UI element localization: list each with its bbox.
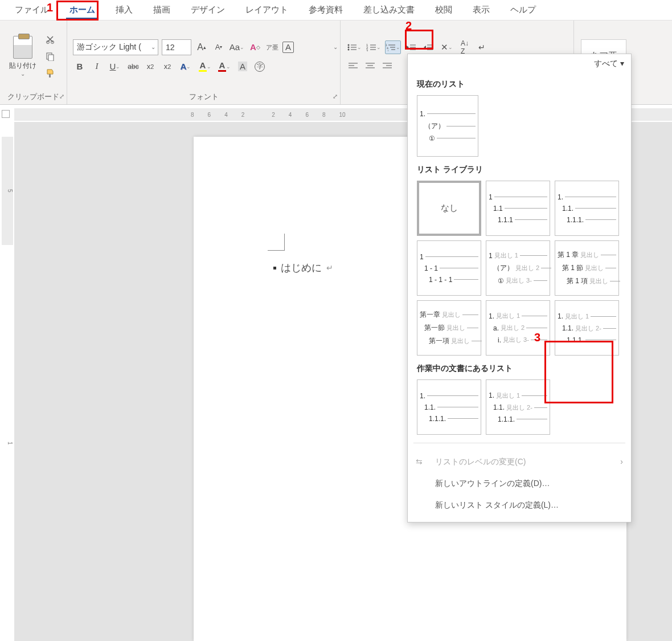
ml-doc-item-1[interactable]: 1.見出し 11.1.見出し 2-1.1.1. [486, 379, 550, 435]
annotation-2-label: 2 [405, 19, 412, 32]
annotation-1-label: 1 [47, 1, 53, 14]
phonetic-guide-button[interactable]: ア亜 [265, 40, 279, 54]
svg-text:3: 3 [366, 49, 368, 51]
cut-button[interactable] [43, 32, 57, 46]
group-font: 游ゴシック Light (⌄ 12⌄ A▴ A▾ Aa⌄ A◇ ア亜 A B I… [67, 21, 341, 104]
paste-button[interactable]: 貼り付け ⌄ [9, 36, 36, 77]
paste-label: 貼り付け [9, 61, 36, 71]
margin-corner-icon [268, 234, 285, 251]
underline-button[interactable]: U⌄ [107, 60, 123, 74]
group-clipboard: 貼り付け ⌄ クリップボード⤢ [0, 21, 67, 104]
svg-point-5 [348, 44, 350, 46]
ml-section-library: リスト ライブラリ [408, 157, 631, 181]
tab-draw[interactable]: 描画 [143, 1, 181, 19]
ruler-corner[interactable] [2, 110, 10, 118]
svg-rect-3 [48, 55, 54, 61]
vertical-ruler-body[interactable]: 123456789101112131415161718 [2, 245, 13, 641]
ml-lib-item-2[interactable]: 11 - 11 - 1 - 1 [417, 240, 481, 296]
tab-view[interactable]: 表示 [462, 1, 500, 19]
multilevel-list-button[interactable]: 1ai⌄ [385, 40, 401, 54]
font-name-combo[interactable]: 游ゴシック Light (⌄ [73, 39, 158, 55]
svg-point-7 [348, 46, 350, 48]
tab-review[interactable]: 校閲 [425, 1, 462, 19]
ml-filter-all[interactable]: すべて ▾ [408, 54, 631, 71]
change-case-button[interactable]: Aa⌄ [229, 40, 245, 54]
ml-lib-item-7[interactable]: 1.見出し 11.1.見出し 2-1.1.1. [555, 300, 619, 356]
bullet-icon [273, 267, 276, 270]
vertical-ruler-margin[interactable]: 54321 [2, 137, 13, 245]
numbering-button[interactable]: 123⌄ [366, 40, 382, 54]
ml-doc-item-0[interactable]: 1.1.1.1.1.1. [417, 379, 481, 435]
ml-section-doclists: 作業中の文書にあるリスト [408, 356, 631, 379]
bullets-button[interactable]: ⌄ [346, 40, 362, 54]
ml-lib-item-1[interactable]: 1.1.1.1.1.1. [555, 181, 619, 236]
align-left-button[interactable] [346, 59, 360, 72]
ml-define-style[interactable]: 新しいリスト スタイルの定義(L)… [408, 495, 631, 516]
tab-insert[interactable]: 挿入 [105, 1, 143, 19]
strike-button[interactable]: abc [126, 60, 140, 74]
show-marks-button[interactable]: ↵ [475, 40, 489, 54]
align-center-button[interactable] [363, 59, 377, 72]
paste-icon [13, 36, 32, 59]
font-color-button[interactable]: A⌄ [216, 60, 232, 74]
ml-lib-none[interactable]: なし [417, 181, 481, 236]
grow-font-button[interactable]: A▴ [195, 40, 208, 54]
superscript-button[interactable]: x2 [161, 60, 174, 74]
ml-lib-item-6[interactable]: 1.見出し 1a.見出し 2i.見出し 3- [486, 300, 550, 356]
char-border-button[interactable]: A [282, 42, 294, 53]
tab-layout[interactable]: レイアウト [235, 1, 298, 19]
ml-lib-item-5[interactable]: 第一章見出し第一節見出し第一項見出し [417, 300, 481, 356]
annotation-3-label: 3 [534, 331, 540, 344]
font-size-combo[interactable]: 12⌄ [162, 39, 191, 55]
tab-home[interactable]: ホーム [59, 1, 105, 19]
document-text-line[interactable]: はじめに ↵ [273, 261, 333, 275]
indent-arrows-icon: ⇆ [416, 457, 423, 466]
text-effects-button[interactable]: A⌄ [178, 60, 194, 74]
italic-button[interactable]: I [90, 60, 104, 74]
enclose-char-button[interactable]: 字 [253, 60, 267, 74]
document-text: はじめに [281, 261, 322, 275]
copy-button[interactable] [43, 50, 57, 63]
ml-change-level: ⇆ リストのレベルの変更(C)› [408, 451, 631, 473]
ml-lib-item-3[interactable]: 1見出し 1（ア）見出し 2①見出し 3- [486, 240, 550, 296]
ml-current-item[interactable]: 1. （ア） ① [417, 95, 478, 157]
char-shading-button[interactable]: A [236, 60, 249, 74]
group-label-clipboard: クリップボード⤢ [0, 92, 67, 104]
format-painter-button[interactable] [43, 67, 57, 80]
ml-section-current: 現在のリスト [408, 71, 631, 95]
return-mark-icon: ↵ [326, 263, 333, 272]
bold-button[interactable]: B [73, 60, 87, 74]
tab-mailmerge[interactable]: 差し込み文書 [353, 1, 425, 19]
clipboard-launcher[interactable]: ⤢ [59, 93, 64, 100]
subscript-button[interactable]: x2 [144, 60, 157, 74]
shrink-font-button[interactable]: A▾ [212, 40, 226, 54]
asian-layout-button[interactable]: ✕⌄ [439, 40, 454, 54]
group-label-font: フォント⤢ [67, 92, 340, 104]
increase-indent-button[interactable] [421, 40, 435, 54]
ml-lib-item-0[interactable]: 11.11.1.1 [486, 181, 550, 236]
highlight-button[interactable]: A⌄ [197, 60, 213, 74]
ml-lib-item-4[interactable]: 第 1 章見出し第 1 節見出し第 1 項見出し [555, 240, 619, 296]
svg-rect-4 [49, 74, 51, 77]
tab-help[interactable]: ヘルプ [500, 1, 546, 19]
sort-button[interactable]: A↓Z [458, 40, 472, 54]
svg-text:i: i [388, 49, 388, 51]
tab-design[interactable]: デザイン [181, 1, 235, 19]
clear-format-button[interactable]: A◇ [248, 40, 262, 54]
ml-define-outline[interactable]: 新しいアウトラインの定義(D)… [408, 473, 631, 495]
ribbon-tabs: ファイル ホーム 挿入 描画 デザイン レイアウト 参考資料 差し込み文書 校閲… [0, 0, 672, 21]
svg-point-9 [348, 48, 350, 50]
align-right-button[interactable] [380, 59, 394, 72]
multilevel-list-panel: すべて ▾ 現在のリスト 1. （ア） ① リスト ライブラリ なし 11.11… [407, 54, 632, 522]
font-launcher[interactable]: ⤢ [333, 93, 338, 100]
tab-references[interactable]: 参考資料 [298, 1, 353, 19]
decrease-indent-button[interactable] [404, 40, 418, 54]
